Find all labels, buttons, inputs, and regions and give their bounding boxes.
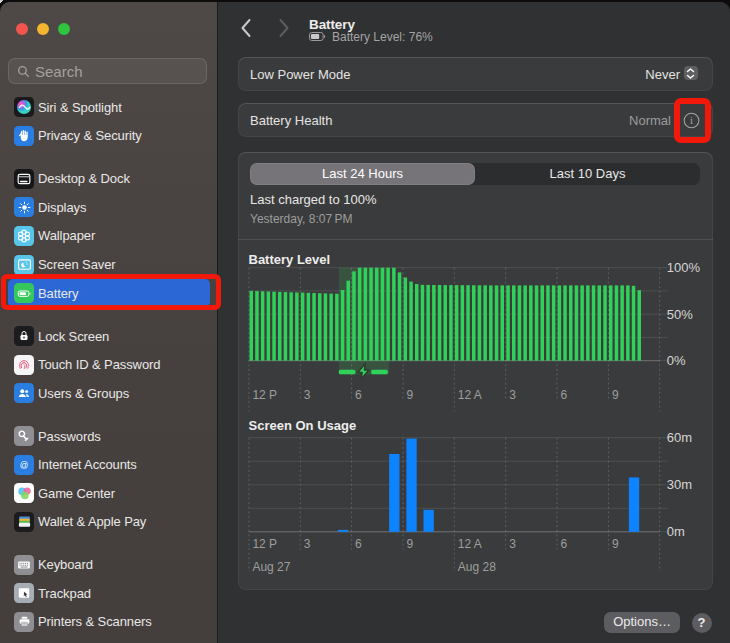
svg-text:Aug 28: Aug 28 — [458, 559, 496, 573]
svg-text:9: 9 — [407, 537, 414, 551]
svg-text:9: 9 — [612, 537, 619, 551]
svg-text:6: 6 — [355, 388, 362, 402]
svg-text:3: 3 — [509, 388, 516, 402]
svg-text:6: 6 — [561, 537, 568, 551]
svg-text:0%: 0% — [667, 353, 686, 368]
svg-text:0m: 0m — [667, 524, 685, 539]
svg-text:3: 3 — [304, 388, 311, 402]
svg-text:3: 3 — [304, 537, 311, 551]
svg-text:9: 9 — [407, 388, 414, 402]
svg-text:60m: 60m — [667, 430, 692, 445]
svg-text:100%: 100% — [667, 260, 701, 275]
svg-text:12 A: 12 A — [458, 537, 482, 551]
svg-text:9: 9 — [612, 388, 619, 402]
svg-text:Aug 27: Aug 27 — [252, 559, 290, 573]
svg-text:30m: 30m — [667, 477, 692, 492]
svg-text:6: 6 — [355, 537, 362, 551]
svg-text:6: 6 — [561, 388, 568, 402]
svg-text:12 P: 12 P — [252, 388, 277, 402]
svg-text:12 P: 12 P — [252, 537, 277, 551]
svg-text:50%: 50% — [667, 306, 693, 321]
svg-text:12 A: 12 A — [458, 388, 482, 402]
svg-text:3: 3 — [509, 537, 516, 551]
svg-text:@: @ — [20, 460, 29, 470]
